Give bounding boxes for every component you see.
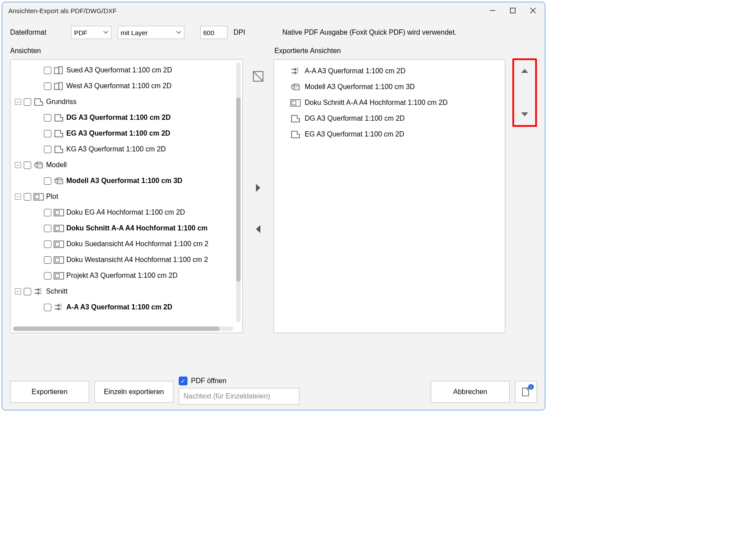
chevron-down-icon bbox=[176, 30, 181, 35]
collapse-toggle[interactable]: − bbox=[15, 288, 21, 294]
tree-item[interactable]: A-A A3 Querformat 1:100 cm 2D bbox=[11, 299, 234, 315]
tree-checkbox[interactable] bbox=[44, 83, 51, 90]
export-each-button[interactable]: Einzeln exportieren bbox=[94, 381, 173, 403]
move-up-button[interactable] bbox=[518, 64, 532, 78]
exported-list[interactable]: A-A A3 Querformat 1:100 cm 2DModell A3 Q… bbox=[278, 63, 501, 142]
tree-group[interactable]: −Schnitt bbox=[11, 284, 234, 299]
transfer-buttons bbox=[247, 59, 269, 372]
tree-item[interactable]: Modell A3 Querformat 1:100 cm 3D bbox=[11, 173, 234, 189]
tree-checkbox[interactable] bbox=[44, 130, 51, 137]
floor-icon bbox=[33, 97, 44, 107]
collapse-toggle[interactable]: − bbox=[15, 99, 21, 105]
tree-checkbox[interactable] bbox=[24, 98, 31, 106]
exported-item[interactable]: Doku Schnitt A-A A4 Hochformat 1:100 cm … bbox=[278, 95, 501, 111]
tree-checkbox[interactable] bbox=[44, 256, 51, 264]
tree-item[interactable]: West A3 Querformat 1:100 cm 2D bbox=[11, 78, 234, 94]
svg-rect-15 bbox=[55, 242, 59, 246]
cancel-button[interactable]: Abbrechen bbox=[431, 381, 510, 403]
svg-rect-13 bbox=[55, 226, 59, 230]
tree-item-label: Modell A3 Querformat 1:100 cm 3D bbox=[66, 177, 182, 185]
tree-item[interactable]: Doku Westansicht A4 Hochformat 1:100 cm … bbox=[11, 252, 234, 268]
export-each-button-label: Einzeln exportieren bbox=[104, 388, 164, 396]
svg-rect-11 bbox=[55, 211, 59, 215]
svg-rect-5 bbox=[59, 67, 62, 74]
tree-item-label: Doku EG A4 Hochformat 1:100 cm 2D bbox=[66, 208, 185, 216]
native-pdf-note: Native PDF Ausgabe (Foxit Quick PDF) wir… bbox=[282, 29, 457, 36]
exported-item[interactable]: A-A A3 Querformat 1:100 cm 2D bbox=[278, 63, 501, 79]
scrollbar-thumb[interactable] bbox=[13, 327, 220, 331]
tree-horizontal-scrollbar[interactable] bbox=[13, 327, 234, 331]
exported-item-label: Doku Schnitt A-A A4 Hochformat 1:100 cm … bbox=[305, 99, 448, 107]
move-down-button[interactable] bbox=[518, 108, 532, 122]
file-format-value: PDF bbox=[74, 29, 87, 36]
section-icon bbox=[53, 302, 65, 312]
add-to-export-button[interactable] bbox=[251, 180, 266, 195]
tree-checkbox[interactable] bbox=[24, 162, 31, 169]
tree-checkbox[interactable] bbox=[44, 146, 51, 153]
tree-group[interactable]: −Grundriss bbox=[11, 94, 234, 110]
file-format-select[interactable]: PDF bbox=[71, 26, 112, 39]
exported-item[interactable]: Modell A3 Querformat 1:100 cm 3D bbox=[278, 79, 501, 95]
tree-checkbox[interactable] bbox=[44, 114, 51, 122]
views-tree[interactable]: Sued A3 Querformat 1:100 cm 2DWest A3 Qu… bbox=[11, 62, 234, 325]
open-pdf-checkbox[interactable]: ✓ bbox=[179, 377, 187, 385]
close-button[interactable] bbox=[523, 4, 543, 17]
window-title: Ansichten-Export als PDF/DWG/DXF bbox=[8, 7, 483, 14]
layer-value: mit Layer bbox=[121, 29, 148, 36]
tree-item-label: Schnitt bbox=[46, 287, 68, 295]
suffix-column: ✓ PDF öffnen Nachtext (für Einzeldateien… bbox=[179, 377, 299, 403]
tree-checkbox[interactable] bbox=[44, 209, 51, 216]
minimize-button[interactable] bbox=[483, 4, 503, 17]
suffix-input[interactable]: Nachtext (für Einzeldateien) bbox=[179, 388, 299, 405]
tree-checkbox[interactable] bbox=[24, 193, 31, 201]
format-row: Dateiformat PDF mit Layer 600 DPI Native… bbox=[10, 23, 537, 42]
tree-item[interactable]: EG A3 Querformat 1:100 cm 2D bbox=[11, 126, 234, 141]
collapse-toggle[interactable]: − bbox=[15, 162, 21, 168]
svg-rect-1 bbox=[511, 8, 515, 13]
tree-checkbox[interactable] bbox=[44, 67, 51, 74]
svg-rect-7 bbox=[59, 83, 62, 90]
tree-item[interactable]: Projekt A3 Querformat 1:100 cm 2D bbox=[11, 268, 234, 284]
scrollbar-thumb[interactable] bbox=[236, 97, 241, 282]
tree-group[interactable]: −Plot bbox=[11, 189, 234, 205]
model-icon bbox=[290, 82, 301, 92]
layer-select[interactable]: mit Layer bbox=[118, 26, 184, 39]
exported-item[interactable]: EG A3 Querformat 1:100 cm 2D bbox=[278, 126, 501, 142]
tree-item[interactable]: Sued A3 Querformat 1:100 cm 2D bbox=[11, 62, 234, 78]
dialog-footer: Exportieren Einzeln exportieren ✓ PDF öf… bbox=[2, 372, 545, 410]
tree-checkbox[interactable] bbox=[44, 241, 51, 248]
tree-vertical-scrollbar[interactable] bbox=[236, 62, 241, 322]
tree-checkbox[interactable] bbox=[44, 225, 51, 232]
tree-checkbox[interactable] bbox=[44, 304, 51, 311]
tree-item-label: Sued A3 Querformat 1:100 cm 2D bbox=[66, 66, 172, 74]
maximize-button[interactable] bbox=[503, 4, 523, 17]
svg-rect-4 bbox=[54, 68, 59, 74]
svg-rect-25 bbox=[292, 101, 296, 105]
elev-icon bbox=[53, 81, 65, 91]
tree-checkbox[interactable] bbox=[24, 288, 31, 295]
exported-item[interactable]: DG A3 Querformat 1:100 cm 2D bbox=[278, 111, 501, 126]
tree-item[interactable]: Doku Schnitt A-A A4 Hochformat 1:100 cm bbox=[11, 220, 234, 236]
remove-from-export-button[interactable] bbox=[251, 222, 266, 237]
help-info-button[interactable]: i bbox=[515, 381, 537, 403]
plot-icon bbox=[53, 271, 65, 280]
svg-rect-9 bbox=[35, 195, 39, 199]
tree-checkbox[interactable] bbox=[44, 272, 51, 280]
tree-group[interactable]: −Modell bbox=[11, 157, 234, 173]
tree-item-label: Modell bbox=[46, 161, 67, 169]
tree-item[interactable]: KG A3 Querformat 1:100 cm 2D bbox=[11, 141, 234, 157]
select-all-toggle-button[interactable] bbox=[251, 69, 266, 84]
tree-item[interactable]: DG A3 Querformat 1:100 cm 2D bbox=[11, 110, 234, 126]
collapse-toggle[interactable]: − bbox=[15, 194, 21, 200]
export-button[interactable]: Exportieren bbox=[10, 381, 89, 403]
model-icon bbox=[33, 160, 44, 170]
plot-icon bbox=[53, 208, 65, 217]
tree-item-label: A-A A3 Querformat 1:100 cm 2D bbox=[66, 303, 173, 311]
section-icon bbox=[290, 66, 301, 76]
tree-item[interactable]: Doku Suedansicht A4 Hochformat 1:100 cm … bbox=[11, 236, 234, 252]
tree-checkbox[interactable] bbox=[44, 177, 51, 185]
dpi-value: 600 bbox=[203, 29, 214, 36]
floor-icon bbox=[53, 144, 65, 154]
dpi-input[interactable]: 600 bbox=[200, 26, 227, 39]
tree-item[interactable]: Doku EG A4 Hochformat 1:100 cm 2D bbox=[11, 205, 234, 220]
